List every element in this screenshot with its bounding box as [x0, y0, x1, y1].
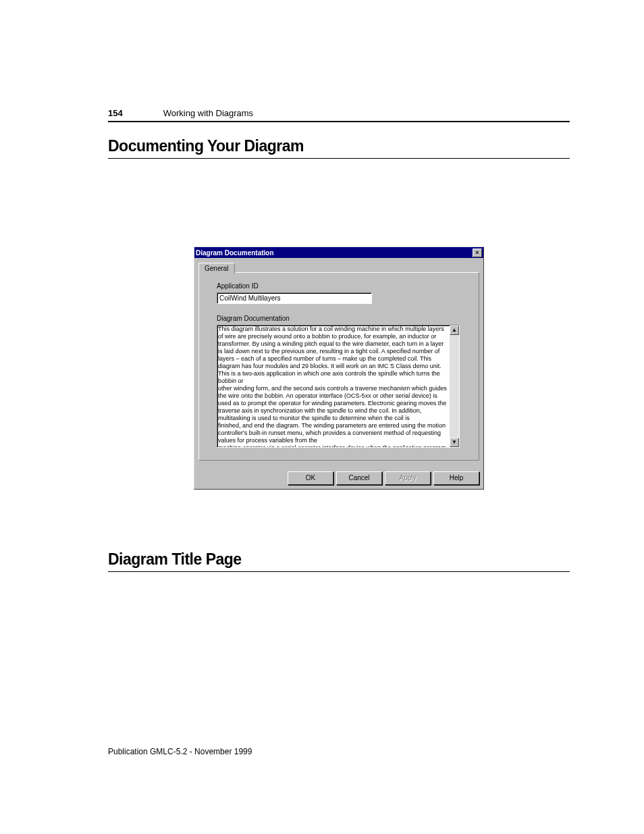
apply-button: Apply — [385, 471, 431, 485]
vertical-scrollbar[interactable]: ▲ ▼ — [450, 325, 459, 447]
diagram-documentation-dialog: Diagram Documentation × General Applicat… — [194, 246, 484, 490]
publication-footer: Publication GMLC-5.2 - November 1999 — [108, 747, 252, 756]
tab-panel-general: Application ID Diagram Documentation Thi… — [198, 272, 479, 461]
dialog-body: General Application ID Diagram Documenta… — [194, 258, 483, 465]
help-button[interactable]: Help — [433, 471, 479, 485]
tab-strip: General — [198, 262, 479, 273]
application-id-input[interactable] — [217, 292, 372, 304]
scroll-up-icon[interactable]: ▲ — [450, 325, 459, 335]
page-header: 154 Working with Diagrams — [108, 108, 570, 122]
dialog-titlebar[interactable]: Diagram Documentation × — [194, 247, 483, 258]
section-heading-documenting: Documenting Your Diagram — [108, 137, 570, 159]
textarea-content[interactable]: This diagram illustrates a solution for … — [217, 325, 450, 447]
tab-general[interactable]: General — [198, 263, 235, 273]
page-number: 154 — [108, 108, 123, 118]
cancel-button[interactable]: Cancel — [336, 471, 382, 485]
manual-page: 154 Working with Diagrams Documenting Yo… — [0, 0, 644, 572]
dialog-title: Diagram Documentation — [196, 249, 274, 257]
application-id-label: Application ID — [217, 282, 461, 290]
chapter-title: Working with Diagrams — [163, 108, 253, 118]
section-heading-title-page: Diagram Title Page — [108, 550, 570, 572]
ok-button[interactable]: OK — [288, 471, 333, 485]
scroll-down-icon[interactable]: ▼ — [450, 438, 459, 447]
close-icon[interactable]: × — [473, 249, 482, 257]
dialog-button-row: OK Cancel Apply Help — [194, 465, 483, 489]
diagram-documentation-textarea[interactable]: This diagram illustrates a solution for … — [217, 325, 460, 448]
diagram-documentation-label: Diagram Documentation — [217, 315, 461, 322]
